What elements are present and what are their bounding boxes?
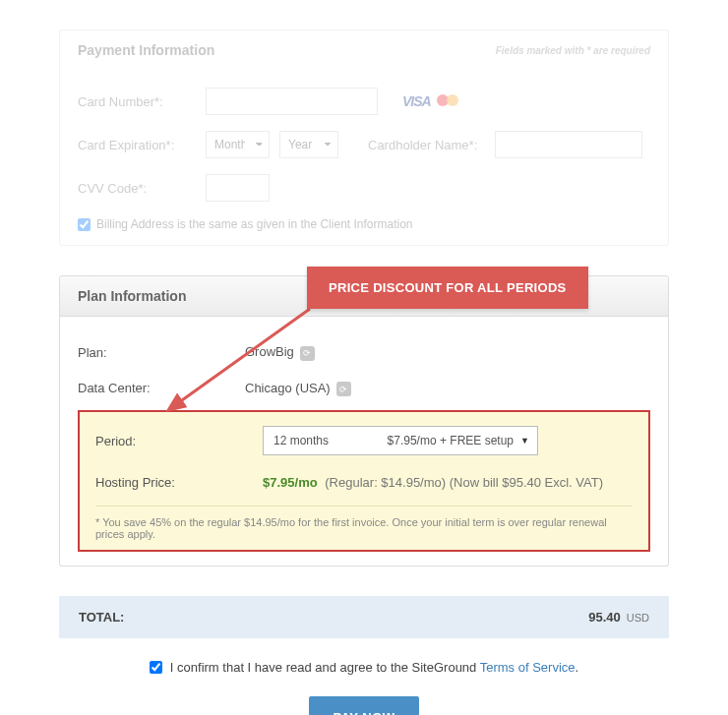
total-amount: 95.40USD: [588, 610, 649, 625]
hosting-price-label: Hosting Price:: [95, 475, 263, 490]
cardholder-label: Cardholder Name*:: [368, 138, 477, 152]
cardholder-input[interactable]: [495, 131, 642, 158]
visa-icon: VISA: [402, 93, 431, 109]
confirm-text: I confirm that I have read and agree to …: [170, 660, 578, 675]
hosting-price-value: $7.95/mo (Regular: $14.95/mo) (Now bill …: [263, 475, 603, 490]
billing-same-checkbox[interactable]: [78, 218, 91, 231]
plan-value: GrowBig⟳: [245, 344, 315, 361]
billing-same-row[interactable]: Billing Address is the same as given in …: [78, 217, 650, 231]
expiration-month-select[interactable]: Month: [206, 131, 270, 158]
period-label: Period:: [95, 434, 263, 448]
payment-panel: Payment Information Fields marked with *…: [59, 30, 669, 246]
datacenter-value: Chicago (USA)⟳: [245, 381, 351, 397]
refresh-icon[interactable]: ⟳: [336, 382, 351, 396]
confirm-row[interactable]: I confirm that I have read and agree to …: [59, 660, 669, 675]
cvv-label: CVV Code*:: [78, 181, 206, 196]
period-select[interactable]: 12 months $7.95/mo + FREE setup: [263, 426, 538, 455]
plan-panel: Plan Information Plan: GrowBig⟳ Data Cen…: [59, 275, 669, 566]
required-note: Fields marked with * are required: [496, 45, 650, 56]
datacenter-label: Data Center:: [78, 381, 245, 395]
billing-same-label: Billing Address is the same as given in …: [96, 217, 413, 231]
period-price: $7.95/mo + FREE setup: [388, 434, 514, 447]
refresh-icon[interactable]: ⟳: [300, 346, 315, 361]
card-number-label: Card Number*:: [78, 94, 206, 109]
cvv-input[interactable]: [206, 174, 270, 202]
total-row: TOTAL: 95.40USD: [59, 596, 669, 638]
period-term: 12 months: [273, 434, 329, 447]
payment-title: Payment Information: [78, 42, 214, 58]
total-label: TOTAL:: [79, 610, 124, 625]
discount-callout: PRICE DISCOUNT FOR ALL PERIODS: [307, 267, 588, 309]
tos-link[interactable]: Terms of Service: [480, 660, 576, 675]
payment-header: Payment Information Fields marked with *…: [60, 30, 668, 70]
expiration-label: Card Expiration*:: [78, 138, 206, 152]
plan-label: Plan:: [78, 345, 245, 360]
expiration-year-select[interactable]: Year: [279, 131, 338, 158]
period-highlight-box: Period: 12 months $7.95/mo + FREE setup …: [78, 410, 650, 552]
confirm-checkbox[interactable]: [150, 661, 162, 674]
mastercard-icon: [437, 93, 458, 107]
savings-note: * You save 45% on the regular $14.95/mo …: [95, 506, 633, 550]
card-number-input[interactable]: [206, 88, 378, 115]
pay-now-button[interactable]: PAY NOW: [309, 696, 418, 715]
